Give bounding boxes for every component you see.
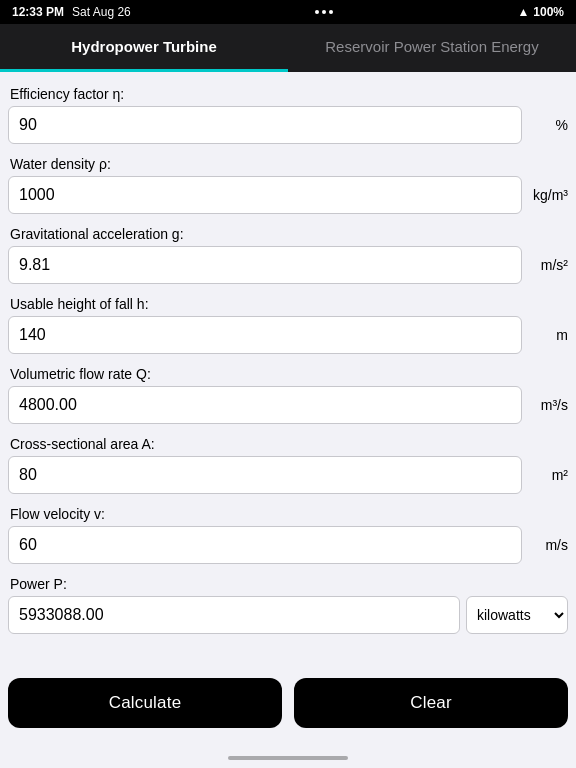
area-row: Cross-sectional area A: m² bbox=[8, 436, 568, 494]
water-density-unit: kg/m³ bbox=[528, 187, 568, 203]
flow-rate-field-row: m³/s bbox=[8, 386, 568, 424]
tab-reservoir[interactable]: Reservoir Power Station Energy bbox=[288, 24, 576, 72]
status-bar-left: 12:33 PM Sat Aug 26 bbox=[12, 5, 131, 19]
calculate-button[interactable]: Calculate bbox=[8, 678, 282, 728]
water-density-field-row: kg/m³ bbox=[8, 176, 568, 214]
area-field-row: m² bbox=[8, 456, 568, 494]
gravity-input[interactable] bbox=[8, 246, 522, 284]
time-label: 12:33 PM bbox=[12, 5, 64, 19]
flow-rate-unit: m³/s bbox=[528, 397, 568, 413]
water-density-label: Water density ρ: bbox=[8, 156, 568, 172]
height-input[interactable] bbox=[8, 316, 522, 354]
dot-2 bbox=[322, 10, 326, 14]
height-label: Usable height of fall h: bbox=[8, 296, 568, 312]
dot-3 bbox=[329, 10, 333, 14]
power-unit-select[interactable]: kilowatts watts megawatts bbox=[466, 596, 568, 634]
status-bar-right: ▲ 100% bbox=[517, 5, 564, 19]
height-unit: m bbox=[528, 327, 568, 343]
wifi-icon: ▲ bbox=[517, 5, 529, 19]
efficiency-field-row: % bbox=[8, 106, 568, 144]
status-bar-center bbox=[315, 10, 333, 14]
efficiency-row: Efficiency factor η: % bbox=[8, 86, 568, 144]
area-label: Cross-sectional area A: bbox=[8, 436, 568, 452]
button-row: Calculate Clear bbox=[0, 662, 576, 728]
height-row: Usable height of fall h: m bbox=[8, 296, 568, 354]
water-density-row: Water density ρ: kg/m³ bbox=[8, 156, 568, 214]
flow-rate-row: Volumetric flow rate Q: m³/s bbox=[8, 366, 568, 424]
velocity-unit: m/s bbox=[528, 537, 568, 553]
home-indicator bbox=[228, 756, 348, 760]
efficiency-label: Efficiency factor η: bbox=[8, 86, 568, 102]
power-row: Power P: kilowatts watts megawatts bbox=[8, 576, 568, 634]
date-label: Sat Aug 26 bbox=[72, 5, 131, 19]
gravity-label: Gravitational acceleration g: bbox=[8, 226, 568, 242]
dot-1 bbox=[315, 10, 319, 14]
velocity-row: Flow velocity v: m/s bbox=[8, 506, 568, 564]
efficiency-unit: % bbox=[528, 117, 568, 133]
velocity-field-row: m/s bbox=[8, 526, 568, 564]
tab-bar: Hydropower Turbine Reservoir Power Stati… bbox=[0, 24, 576, 72]
water-density-input[interactable] bbox=[8, 176, 522, 214]
height-field-row: m bbox=[8, 316, 568, 354]
area-unit: m² bbox=[528, 467, 568, 483]
battery-label: 100% bbox=[533, 5, 564, 19]
power-field-row: kilowatts watts megawatts bbox=[8, 596, 568, 634]
gravity-row: Gravitational acceleration g: m/s² bbox=[8, 226, 568, 284]
gravity-field-row: m/s² bbox=[8, 246, 568, 284]
power-input[interactable] bbox=[8, 596, 460, 634]
status-bar: 12:33 PM Sat Aug 26 ▲ 100% bbox=[0, 0, 576, 24]
flow-rate-input[interactable] bbox=[8, 386, 522, 424]
tab-hydropower[interactable]: Hydropower Turbine bbox=[0, 24, 288, 72]
flow-rate-label: Volumetric flow rate Q: bbox=[8, 366, 568, 382]
efficiency-input[interactable] bbox=[8, 106, 522, 144]
gravity-unit: m/s² bbox=[528, 257, 568, 273]
velocity-input[interactable] bbox=[8, 526, 522, 564]
area-input[interactable] bbox=[8, 456, 522, 494]
clear-button[interactable]: Clear bbox=[294, 678, 568, 728]
power-label: Power P: bbox=[8, 576, 568, 592]
main-content: Efficiency factor η: % Water density ρ: … bbox=[0, 72, 576, 746]
velocity-label: Flow velocity v: bbox=[8, 506, 568, 522]
